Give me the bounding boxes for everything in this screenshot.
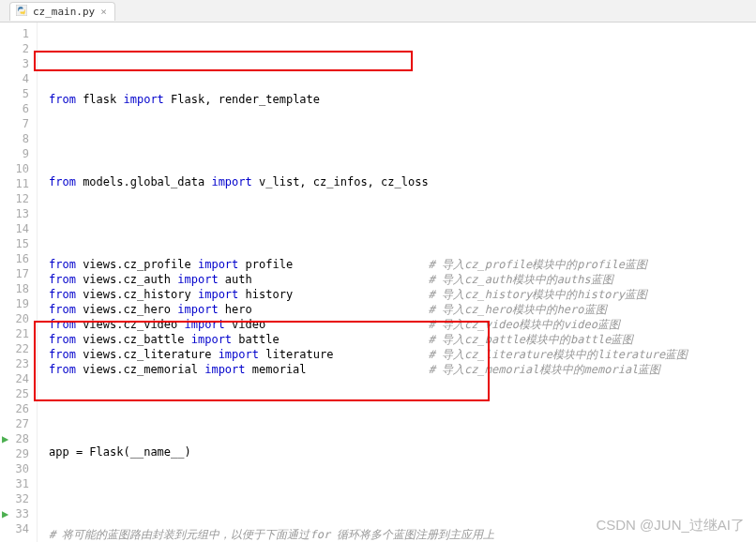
code-area[interactable]: from flask import Flask, render_template… [38,23,756,542]
line-number: 29 [0,446,29,461]
line-number: 10 [0,161,29,176]
tab-filename: cz_main.py [33,6,95,18]
line-number: 23 [0,356,29,371]
line-number: 2 [0,41,29,56]
line-number: 9 [0,146,29,161]
line-number: 11 [0,176,29,191]
line-number: 34 [0,521,29,536]
line-number: 3 [0,56,29,71]
code-line: from views.cz_auth import auth # 导入cz_au… [49,272,756,287]
code-line: from views.cz_hero import hero # 导入cz_he… [49,302,756,317]
close-icon[interactable]: × [100,6,107,18]
line-number: ▶ 28 [0,431,29,446]
line-number: 15 [0,236,29,251]
line-number: 17 [0,266,29,281]
file-tab[interactable]: cz_main.py × [9,2,115,21]
line-number: ▶ 33 [0,506,29,521]
code-line: from views.cz_literature import literatu… [49,347,756,362]
line-number: 26 [0,401,29,416]
code-line: from views.cz_video import video # 导入cz_… [49,317,756,332]
line-number: 22 [0,341,29,356]
python-file-icon [16,5,27,19]
line-number: 1 [0,26,29,41]
code-line: # 将可能的蓝图路由封装到元组中，以便于下面通过for 循环将多个蓝图注册到主应… [49,527,756,542]
code-line: from views.cz_profile import profile # 导… [49,257,756,272]
code-editor[interactable]: 1234567891011121314151617181920212223242… [0,23,756,542]
code-line: from views.cz_memorial import memorial #… [49,362,756,377]
line-number: 27 [0,416,29,431]
svg-rect-0 [16,5,27,16]
line-number: 12 [0,191,29,206]
line-number: 25 [0,386,29,401]
line-number: 24 [0,371,29,386]
line-number: 8 [0,131,29,146]
line-number: 7 [0,116,29,131]
tab-bar: cz_main.py × [0,0,756,23]
code-line: app = Flask(__name__) [49,444,756,459]
code-line: from views.cz_history import history # 导… [49,287,756,302]
code-line: from models.global_data import v_list, c… [49,174,756,189]
code-line: from flask import Flask, render_template [49,92,756,107]
line-number: 14 [0,221,29,236]
code-line: from views.cz_battle import battle # 导入c… [49,332,756,347]
line-gutter: 1234567891011121314151617181920212223242… [0,23,38,542]
line-number: 18 [0,281,29,296]
line-number: 31 [0,476,29,491]
line-number: 16 [0,251,29,266]
line-number: 19 [0,296,29,311]
line-number: 21 [0,326,29,341]
line-number: 4 [0,71,29,86]
line-number: 32 [0,491,29,506]
line-number: 20 [0,311,29,326]
line-number: 13 [0,206,29,221]
highlight-box-1 [34,51,413,71]
line-number: 5 [0,86,29,101]
line-number: 30 [0,461,29,476]
line-number: 6 [0,101,29,116]
